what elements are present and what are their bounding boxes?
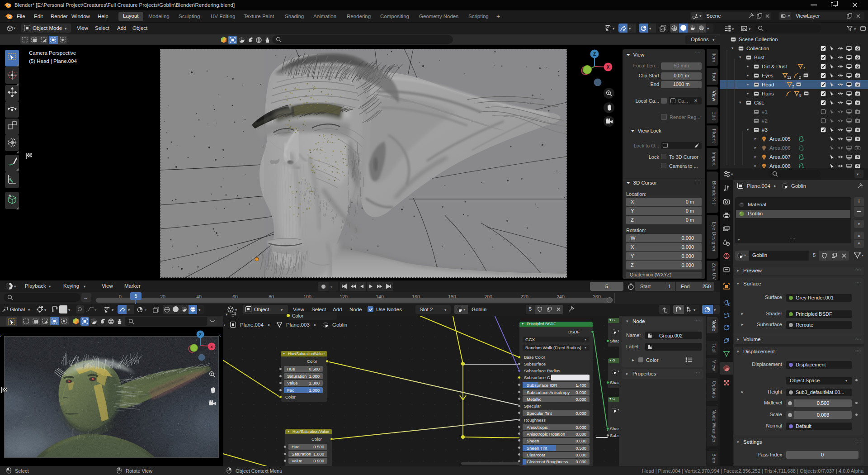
svg-text:Z: Z	[199, 332, 202, 337]
svg-text:Z: Z	[593, 52, 596, 57]
svg-text:X: X	[210, 344, 213, 349]
svg-text:X: X	[607, 65, 610, 70]
